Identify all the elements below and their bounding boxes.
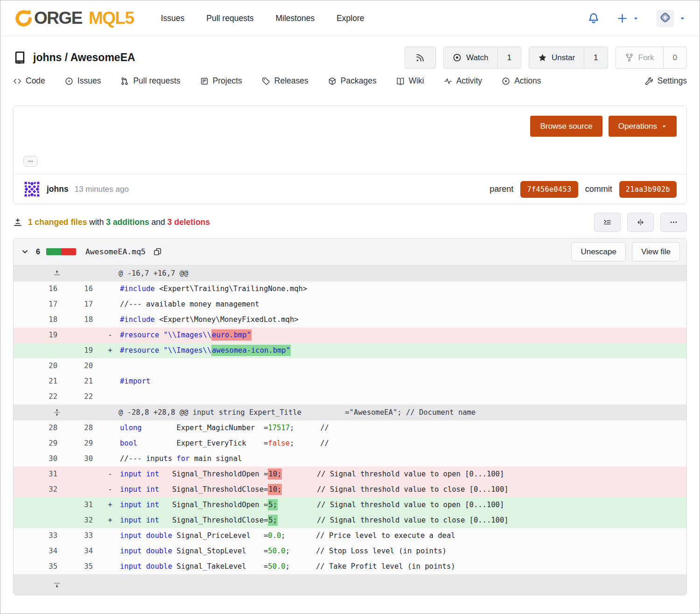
split-view-button[interactable] [627,213,654,232]
old-line-number[interactable]: 31 [14,467,65,482]
whitespace-options-button[interactable] [594,213,621,232]
operations-button[interactable]: Operations [609,116,677,137]
new-line-number[interactable]: 28 [65,420,100,436]
nav-item-pull-requests[interactable]: Pull requests [206,14,253,23]
diff-sign: + [100,513,120,528]
code-line: input int Signal_ThresholdClose=10; // S… [120,482,686,497]
new-line-number[interactable]: 29 [65,436,100,451]
tab-pull-requests[interactable]: Pull requests [120,76,180,86]
nav-item-milestones[interactable]: Milestones [276,14,315,23]
tab-settings[interactable]: Settings [645,76,687,86]
navbar-right [588,10,686,27]
diff-line-context: 2020 [14,358,686,374]
old-line-number[interactable]: 29 [14,436,65,451]
tab-activity[interactable]: Activity [444,76,482,86]
collapse-file-chevron-icon[interactable] [21,248,28,255]
commit-message-expander[interactable] [23,156,38,167]
old-line-number[interactable]: 20 [14,358,65,374]
commit-author-link[interactable]: johns [47,184,69,194]
expand-up-button[interactable] [14,265,100,281]
old-line-number[interactable]: 19 [14,328,65,343]
new-line-number[interactable]: 34 [65,544,100,559]
tab-actions[interactable]: Actions [502,76,541,86]
old-line-number[interactable]: 28 [14,420,65,436]
new-line-number[interactable] [65,328,100,343]
code-line: #import [120,374,686,389]
commit-author-avatar[interactable] [23,181,41,198]
tab-packages[interactable]: Packages [328,76,377,86]
old-line-number[interactable]: 30 [14,451,65,467]
old-line-number[interactable]: 18 [14,312,65,328]
play-icon [502,77,510,85]
new-line-number[interactable]: 16 [65,281,100,297]
old-line-number[interactable]: 16 [14,281,65,297]
tab-code[interactable]: Code [13,76,45,86]
user-menu[interactable] [657,10,686,27]
view-file-button[interactable]: View file [632,242,680,261]
code-line: //--- inputs for main signal [120,451,686,467]
commit-hashes: parent 7f456e0453 commit 21aa3b902b [490,181,677,198]
tab-projects[interactable]: Projects [200,76,242,86]
forge-logo[interactable]: ORGE MQL5 [14,8,134,28]
fork-button[interactable]: Fork 0 [616,47,687,69]
old-line-number[interactable]: 35 [14,559,65,574]
code-line: #resource "\\Images\\awesomea-icon.bmp" [120,343,686,358]
expand-down-button[interactable] [14,574,100,595]
repo-owner-link[interactable]: johns [33,51,62,63]
new-line-number[interactable]: 20 [65,358,100,374]
fork-count[interactable]: 0 [663,47,686,68]
new-line-number[interactable]: 22 [65,389,100,405]
page-title: johns / AwesomeEA [33,51,135,64]
browse-source-button[interactable]: Browse source [530,116,602,137]
caret-down-icon [679,15,686,21]
new-line-number[interactable]: 33 [65,528,100,544]
nav-item-issues[interactable]: Issues [161,14,185,23]
watch-button[interactable]: Watch 1 [443,47,521,69]
watch-count[interactable]: 1 [497,47,521,68]
old-line-number[interactable]: 33 [14,528,65,544]
new-line-number[interactable]: 31 [65,497,100,513]
old-line-number[interactable]: 17 [14,297,65,312]
notifications-bell-icon[interactable] [588,13,599,24]
old-line-number[interactable] [14,497,65,513]
new-line-number[interactable] [65,482,100,497]
new-line-number[interactable]: 19 [65,343,100,358]
whitespace-icon [603,218,611,226]
old-line-number[interactable]: 32 [14,482,65,497]
unstar-button[interactable]: Unstar 1 [529,47,608,69]
code-line [120,358,686,374]
fork-icon [625,53,634,62]
rss-button[interactable] [405,47,436,69]
old-line-number[interactable]: 22 [14,389,65,405]
diff-line-context: 1717//--- available money management [14,297,686,312]
diff-sign [100,297,120,312]
tab-issues[interactable]: Issues [65,76,101,86]
create-new-button[interactable] [617,13,639,24]
old-line-number[interactable]: 34 [14,544,65,559]
expand-both-button[interactable] [14,405,100,420]
old-line-number[interactable] [14,513,65,528]
diff-options-button[interactable] [660,213,687,232]
tab-releases[interactable]: Releases [262,76,308,86]
old-line-number[interactable] [14,343,65,358]
nav-item-explore[interactable]: Explore [336,14,364,23]
new-line-number[interactable]: 35 [65,559,100,574]
new-line-number[interactable]: 21 [65,374,100,389]
parent-commit-link[interactable]: 7f456e0453 [520,181,578,198]
tab-label: Issues [77,76,101,86]
star-count[interactable]: 1 [584,47,607,68]
tab-wiki[interactable]: Wiki [396,76,424,86]
diff-filename[interactable]: AwesomeEA.mq5 [85,247,146,256]
commit-hash-link[interactable]: 21aa3b902b [619,181,677,198]
unescape-button[interactable]: Unescape [571,242,626,261]
repo-name-link[interactable]: AwesomeEA [70,51,135,63]
stat-bar-additions [46,248,61,255]
new-line-number[interactable] [65,467,100,482]
old-line-number[interactable]: 21 [14,374,65,389]
new-line-number[interactable]: 30 [65,451,100,467]
new-line-number[interactable]: 17 [65,297,100,312]
copy-filename-icon[interactable] [154,248,161,256]
diff-file-header: 6 AwesomeEA.mq5 Unescape View file [14,238,686,265]
new-line-number[interactable]: 18 [65,312,100,328]
new-line-number[interactable]: 32 [65,513,100,528]
